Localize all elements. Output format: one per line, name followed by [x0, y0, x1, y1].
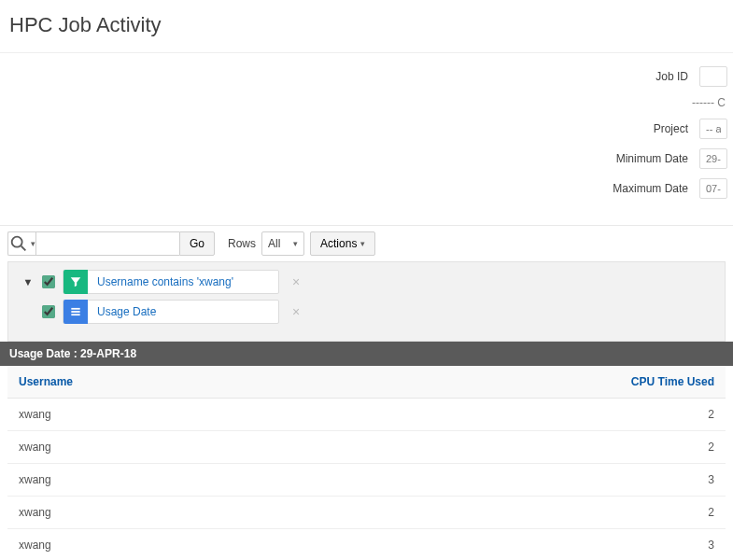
col-username[interactable]: Username	[7, 366, 306, 399]
rows-select-value: All	[268, 237, 280, 250]
remove-break-button[interactable]: ×	[292, 305, 300, 318]
page-title: HPC Job Activity	[0, 0, 733, 52]
go-button[interactable]: Go	[179, 231, 215, 256]
search-column-selector[interactable]: ▾	[7, 231, 35, 256]
cell-username: xwang	[7, 497, 306, 529]
col-cpu-time[interactable]: CPU Time Used	[306, 366, 726, 399]
svg-rect-4	[71, 314, 79, 315]
min-date-input[interactable]	[699, 148, 727, 169]
search-icon	[8, 233, 29, 254]
svg-point-0	[12, 237, 22, 247]
chevron-down-icon: ▾	[360, 239, 365, 248]
project-label: Project	[654, 122, 688, 135]
rows-label: Rows	[228, 237, 256, 250]
table-row: xwang2	[7, 399, 726, 431]
svg-line-1	[21, 246, 26, 251]
table-row: xwang3	[7, 529, 726, 561]
min-date-label: Minimum Date	[616, 152, 688, 165]
interactive-report: ▾ Go Rows All ▾ Actions ▾ ▼ Username con…	[0, 225, 733, 560]
actions-button[interactable]: Actions ▾	[310, 231, 375, 256]
filter-enable-checkbox[interactable]	[42, 275, 55, 288]
collapse-toggle[interactable]: ▼	[21, 276, 35, 287]
cell-cpu-time: 2	[306, 431, 726, 464]
table-row: xwang2	[7, 431, 726, 464]
svg-rect-2	[71, 308, 79, 310]
filter-chip-text: Username contains 'xwang'	[97, 275, 233, 288]
cell-cpu-time: 2	[306, 497, 726, 529]
chevron-down-icon: ▾	[293, 239, 298, 248]
filter-form: Job ID ------ C Project Minimum Date Max…	[0, 53, 733, 225]
max-date-label: Maximum Date	[613, 182, 688, 195]
job-id-label: Job ID	[655, 70, 688, 83]
cell-cpu-time: 3	[306, 464, 726, 497]
max-date-input[interactable]	[699, 178, 727, 199]
actions-label: Actions	[320, 237, 357, 250]
cell-cpu-time: 3	[306, 529, 726, 561]
controlbreak-icon	[63, 300, 88, 324]
cell-cpu-time: 2	[306, 399, 726, 431]
remove-filter-button[interactable]: ×	[292, 275, 300, 288]
cell-username: xwang	[7, 464, 306, 497]
cell-username: xwang	[7, 399, 306, 431]
search-input[interactable]	[35, 231, 179, 256]
project-input[interactable]	[699, 119, 727, 139]
table-row: xwang3	[7, 464, 726, 497]
report-toolbar: ▾ Go Rows All ▾ Actions ▾	[7, 231, 726, 256]
funnel-icon	[63, 270, 88, 294]
controlbreak-chip[interactable]: Usage Date	[63, 300, 279, 324]
job-id-input[interactable]	[699, 66, 727, 87]
cell-username: xwang	[7, 431, 306, 464]
group-header: Usage Date : 29-APR-18	[0, 342, 733, 366]
control-panel: ▼ Username contains 'xwang' × Usage Date…	[7, 261, 726, 342]
rows-select[interactable]: All ▾	[261, 231, 304, 256]
cell-username: xwang	[7, 529, 306, 561]
svg-rect-3	[71, 311, 79, 313]
results-table: Username CPU Time Used xwang2xwang2xwang…	[7, 366, 726, 560]
table-row: xwang2	[7, 497, 726, 529]
search-group: ▾ Go	[7, 231, 215, 256]
controlbreak-chip-text: Usage Date	[97, 305, 156, 318]
form-divider-text: ------ C	[692, 96, 726, 109]
break-enable-checkbox[interactable]	[42, 305, 55, 318]
filter-chip[interactable]: Username contains 'xwang'	[63, 270, 279, 294]
